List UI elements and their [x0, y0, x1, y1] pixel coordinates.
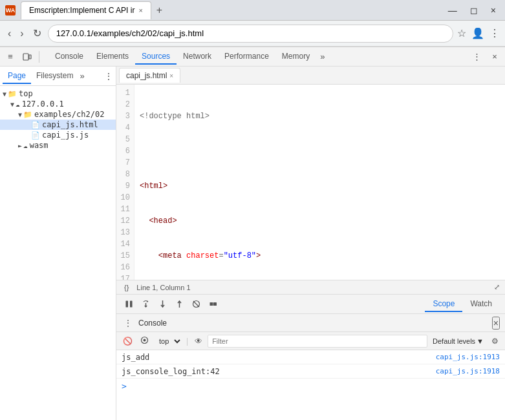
debug-right-tabs: Scope Watch — [425, 297, 500, 312]
deactivate-btn[interactable] — [189, 297, 203, 311]
console-row-2: js_console_log_int:42 capi_js.js:1918 — [116, 364, 505, 379]
back-btn[interactable]: ‹ — [5, 26, 14, 41]
tree-item-top[interactable]: ▼ 📁 top — [0, 89, 116, 99]
devtools-tabs-more[interactable]: » — [316, 49, 328, 64]
tab-network[interactable]: Network — [177, 49, 218, 65]
tree-label-127001: 127.0.0.1 — [22, 100, 64, 109]
bookmark-icon[interactable]: ☆ — [457, 27, 466, 39]
editor-tab-capihtml[interactable]: capi_js.html × — [119, 68, 180, 83]
tree-label-examples: examples/ch2/02 — [34, 110, 104, 119]
sidebar-tree: ▼ 📁 top ▼ ☁ 127.0.0.1 ▼ 📁 examples/ch2/0… — [0, 86, 116, 420]
tab-console[interactable]: Console — [48, 49, 90, 65]
sidebar-tabs: Page Filesystem » ⋮ — [0, 67, 116, 86]
address-bar[interactable]: 127.0.0.1/examples/ch2/02/capi_js.html — [48, 25, 453, 43]
tree-arrow-examples: ▼ — [18, 111, 22, 118]
code-line-2 — [140, 145, 500, 157]
tab-performance[interactable]: Performance — [218, 49, 275, 65]
tree-label-capihtml: capi_js.html — [42, 120, 98, 129]
console-filter-input[interactable] — [208, 335, 427, 348]
title-bar: WA Emscripten:Implement C API ir × + — ◻… — [0, 0, 505, 21]
console-src-1[interactable]: capi_js.js:1913 — [436, 353, 500, 361]
url-text: 127.0.0.1/examples/ch2/02/capi_js.html — [56, 28, 204, 38]
console-toolbar: ⋮ Console × — [116, 314, 505, 332]
tree-item-capijs[interactable]: ▶ 📄 capi_js.js — [0, 130, 116, 140]
forward-btn[interactable]: › — [17, 26, 26, 41]
console-row-1: js_add capi_js.js:1913 — [116, 350, 505, 364]
sidebar-tabs-more[interactable]: » — [80, 71, 84, 81]
toolbar-sep-1 — [39, 51, 39, 63]
scope-tab[interactable]: Scope — [425, 297, 462, 312]
tree-item-examples[interactable]: ▼ 📁 examples/ch2/02 — [0, 109, 116, 120]
tree-item-wasm[interactable]: ► ☁ wasm — [0, 140, 116, 151]
menu-icon[interactable]: ⋮ — [489, 27, 500, 39]
new-tab-btn[interactable]: + — [153, 5, 166, 16]
format-btn[interactable]: {} — [122, 280, 131, 295]
devtools-toolbar-right: ⋮ × — [469, 49, 502, 65]
minimize-btn[interactable]: — — [444, 4, 461, 17]
editor-statusbar: {} Line 1, Column 1 ⤢ — [116, 280, 505, 294]
devtools-settings-btn[interactable]: ⋮ — [469, 49, 484, 65]
editor-tab-close-btn[interactable]: × — [169, 72, 173, 79]
watch-tab[interactable]: Watch — [462, 297, 500, 312]
console-clear-btn[interactable]: 🚫 — [120, 335, 135, 347]
console-src-2[interactable]: capi_js.js:1918 — [436, 367, 500, 375]
step-over-btn[interactable] — [138, 297, 153, 311]
debug-toolbar: Scope Watch — [116, 294, 505, 313]
window-controls: — ◻ × — [444, 4, 500, 17]
refresh-btn[interactable]: ↻ — [30, 26, 44, 41]
sidebar-tab-filesystem[interactable]: Filesystem — [31, 68, 78, 84]
code-editor[interactable]: 12345 678910 1112131415 1617 <!doctype h… — [116, 85, 505, 280]
tree-label-wasm: wasm — [30, 141, 48, 150]
tree-arrow-127001: ▼ — [10, 101, 14, 108]
devtools-menu-btn[interactable]: ≡ — [3, 49, 18, 65]
svg-rect-0 — [23, 54, 28, 60]
console-eye-btn[interactable]: 👁 — [192, 335, 205, 347]
sidebar-tab-page[interactable]: Page — [3, 68, 31, 84]
expand-btn[interactable]: ⤢ — [494, 283, 500, 291]
tab-memory[interactable]: Memory — [275, 49, 316, 65]
tab-strip: Emscripten:Implement C API ir × + — [21, 1, 439, 19]
window-close-btn[interactable]: × — [487, 4, 500, 17]
console-default-levels-btn[interactable]: Default levels ▼ — [430, 336, 486, 346]
tree-arrow-top: ▼ — [3, 90, 6, 98]
file-icon-capijs: 📄 — [31, 131, 40, 140]
tab-close-btn[interactable]: × — [138, 6, 142, 14]
console-msg-2: js_console_log_int:42 — [122, 367, 436, 376]
devtools-body: Page Filesystem » ⋮ ▼ 📁 top ▼ ☁ 12 — [0, 67, 505, 420]
account-icon[interactable]: 👤 — [471, 27, 484, 39]
code-line-1: <!doctype html> — [140, 110, 500, 122]
tab-elements[interactable]: Elements — [90, 49, 135, 65]
console-prompt: > — [122, 381, 127, 391]
devtools-close-btn[interactable]: × — [487, 49, 502, 65]
device-toolbar-btn[interactable] — [19, 49, 35, 65]
sidebar-settings-btn[interactable]: ⋮ — [104, 71, 113, 81]
tree-arrow-wasm: ► — [18, 142, 22, 149]
console-close-btn[interactable]: × — [492, 317, 500, 330]
nav-bar: ‹ › ↻ 127.0.0.1/examples/ch2/02/capi_js.… — [0, 21, 505, 47]
tree-item-127001[interactable]: ▼ ☁ 127.0.0.1 — [0, 99, 116, 109]
tab-title: Emscripten:Implement C API ir — [29, 6, 134, 15]
tree-label-capijs: capi_js.js — [42, 131, 89, 140]
editor-area: capi_js.html × 12345 678910 1112131415 1… — [116, 67, 505, 420]
code-line-5: <meta charset="utf-8"> — [140, 250, 500, 262]
devtools-tabs: Console Elements Sources Network Perform… — [48, 49, 328, 65]
svg-rect-10 — [213, 302, 217, 306]
step-into-btn[interactable] — [155, 297, 169, 311]
console-filter-icon-btn[interactable] — [138, 335, 151, 348]
console-input-row: > — [116, 379, 505, 394]
browser-favicon: WA — [5, 5, 16, 16]
svg-rect-2 — [125, 301, 128, 308]
console-context-select[interactable]: top — [154, 335, 182, 347]
active-tab[interactable]: Emscripten:Implement C API ir × — [21, 1, 151, 19]
pause-btn[interactable] — [122, 297, 136, 311]
svg-rect-1 — [29, 55, 31, 59]
console-repl-input[interactable] — [129, 382, 500, 391]
stop-btn[interactable] — [206, 297, 220, 311]
console-menu-btn[interactable]: ⋮ — [122, 317, 134, 329]
console-settings-btn[interactable]: ⚙ — [489, 335, 501, 347]
tree-item-capihtml[interactable]: ▶ 📄 capi_js.html — [0, 120, 116, 130]
step-out-btn[interactable] — [172, 297, 186, 311]
maximize-btn[interactable]: ◻ — [466, 4, 482, 17]
file-icon-capihtml: 📄 — [31, 121, 40, 129]
tab-sources[interactable]: Sources — [135, 49, 177, 65]
